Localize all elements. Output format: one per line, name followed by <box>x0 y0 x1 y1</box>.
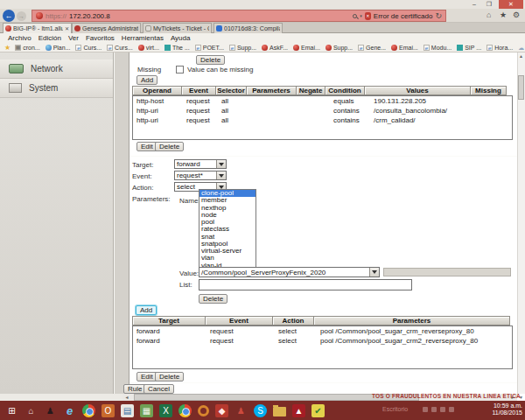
monitor-app-icon[interactable]: ✔ <box>312 404 325 417</box>
column-header-condition[interactable]: Condition <box>325 86 365 95</box>
red-person-icon[interactable]: ♟ <box>234 404 248 417</box>
column-header-target[interactable]: Target <box>132 316 206 326</box>
desktop-home-icon[interactable]: ⌂ <box>24 404 38 417</box>
favorite-item-8[interactable]: eSupp... <box>229 45 256 51</box>
back-button[interactable]: ← <box>3 10 15 22</box>
column-header-event[interactable]: Event <box>181 86 216 95</box>
favorite-item-3[interactable]: eCurs... <box>75 45 102 51</box>
cancel-button[interactable]: Cancel <box>144 384 174 394</box>
folder-icon[interactable] <box>273 407 286 416</box>
clock[interactable]: 10:59 a.m. 11/08/2015 <box>470 402 522 416</box>
name-option-nexthop[interactable]: nexthop <box>200 205 256 212</box>
browser-tab-2[interactable]: Genesys Administrator, Server ... <box>72 23 141 33</box>
event-select[interactable]: request* <box>174 171 227 180</box>
adobe-reader-icon[interactable]: ▲ <box>292 404 305 417</box>
vertical-scroll-thumb[interactable] <box>518 75 524 100</box>
sidebar-item-system[interactable]: System <box>0 79 113 98</box>
outlook-icon[interactable]: O <box>102 404 115 417</box>
name-option-virtual-server[interactable]: virtual-server <box>200 248 256 255</box>
name-option-snatpool[interactable]: snatpool <box>200 241 256 248</box>
window-close-button[interactable]: ✕ <box>499 0 523 9</box>
column-header-selector[interactable]: Selector <box>215 86 247 95</box>
name-listbox[interactable]: clone-poolmembernexthopnodepoolrateclass… <box>199 189 256 270</box>
menu-archivo[interactable]: Archivo <box>4 34 35 42</box>
sidebar-item-network[interactable]: Network <box>0 60 113 79</box>
action-row[interactable]: forwardrequestselectpool /Common/pool_su… <box>133 336 512 346</box>
pane-splitter[interactable] <box>114 52 130 394</box>
name-option-pool[interactable]: pool <box>200 219 256 226</box>
name-option-member[interactable]: member <box>200 197 256 204</box>
condition-row[interactable]: http-urirequestallcontains/crm_calidad/ <box>133 116 512 125</box>
condition-row[interactable]: http-urirequestallcontains/consulta_banc… <box>133 106 512 116</box>
scroll-left-icon[interactable]: ◄ <box>122 394 131 401</box>
search-icon[interactable] <box>353 14 357 18</box>
action-row[interactable]: forwardrequestselectpool /Common/pool_su… <box>133 326 512 336</box>
name-option-clone-pool[interactable]: clone-pool <box>200 190 256 197</box>
favorites-star-icon[interactable]: ★ <box>4 44 10 52</box>
column-header-missing[interactable]: Missing <box>470 86 507 95</box>
favorite-item-1[interactable]: ▦cron... <box>15 45 39 51</box>
image-app-icon[interactable]: ▦ <box>140 404 153 417</box>
menu-herramientas[interactable]: Herramientas <box>118 34 167 42</box>
column-header-parameters[interactable]: Parameters <box>313 316 510 326</box>
menu-ver[interactable]: Ver <box>65 34 82 42</box>
horizontal-scroll-thumb[interactable] <box>134 394 419 401</box>
value-select[interactable]: /Common/pool_ServerProxyFenix_2020 <box>199 267 380 277</box>
column-header-values[interactable]: Values <box>364 86 471 95</box>
favorite-item-5[interactable]: virt... <box>138 45 159 51</box>
favorite-item-14[interactable]: eModu... <box>424 45 452 51</box>
delete-top-button[interactable]: Delete <box>196 55 225 65</box>
favorite-item-7[interactable]: ePOET... <box>195 45 224 51</box>
delete-parameter-button[interactable]: Delete <box>199 294 228 304</box>
name-option-vlan[interactable]: vlan <box>200 255 256 262</box>
address-bar[interactable]: https:// 172.20.200.8 ▾ ✕ Error de certi… <box>32 10 446 22</box>
favorite-item-13[interactable]: Emai... <box>391 45 418 51</box>
column-header-event[interactable]: Event <box>205 316 273 326</box>
menu-ayuda[interactable]: Ayuda <box>167 34 194 42</box>
cert-error-label[interactable]: Error de certificado <box>374 12 433 20</box>
forward-button[interactable]: → <box>17 11 26 21</box>
favorite-item-16[interactable]: eHora... <box>486 45 513 51</box>
system-tray[interactable] <box>423 407 454 412</box>
name-option-snat[interactable]: snat <box>200 234 256 241</box>
browser-tab-1[interactable]: BIG-IP® - ltm1.allus.com.c...✕ <box>3 23 72 33</box>
conditions-table[interactable]: http-hostrequestallequals190.131.228.205… <box>132 95 513 140</box>
window-minimize-button[interactable]: – <box>467 0 481 9</box>
search-caret-icon[interactable]: ▾ <box>360 13 362 18</box>
delete-action-button[interactable]: Delete <box>155 372 184 382</box>
tray-icon[interactable] <box>423 407 428 412</box>
favorite-item-12[interactable]: eGene... <box>358 45 386 51</box>
column-header-action[interactable]: Action <box>272 316 314 326</box>
app-window-icon[interactable]: ▤ <box>121 404 134 417</box>
tray-icon[interactable] <box>440 407 445 412</box>
vertical-scrollbar[interactable] <box>517 52 525 394</box>
browser-tab-3[interactable]: MyTickets - Ticket - OTRS::ITS... <box>143 23 212 33</box>
missing-checkbox[interactable] <box>176 66 184 74</box>
condition-row[interactable]: http-hostrequestallequals190.131.228.205 <box>133 96 512 106</box>
target-select[interactable]: forward <box>174 159 227 169</box>
start-button[interactable]: ⊞ <box>5 404 18 417</box>
skype-icon[interactable]: S <box>254 404 267 417</box>
favorite-item-9[interactable]: AskF... <box>262 45 288 51</box>
tab-close-icon[interactable]: ✕ <box>65 25 69 32</box>
favorite-item-10[interactable]: Emai... <box>293 45 320 51</box>
browser-tab-4[interactable]: 010716d8:3: Compilation of It... <box>214 23 283 33</box>
delete-condition-button[interactable]: Delete <box>155 142 184 151</box>
scroll-up-icon[interactable]: ▲ <box>517 52 525 60</box>
favorite-item-15[interactable]: SIP ... <box>457 45 481 51</box>
internet-explorer-icon[interactable]: e <box>63 404 76 417</box>
column-header-operand[interactable]: Operand <box>132 86 182 95</box>
name-option-rateclass[interactable]: rateclass <box>200 226 256 233</box>
home-icon[interactable]: ⌂ <box>486 10 491 19</box>
add-action-button[interactable]: Add <box>136 305 157 315</box>
column-header-parameters[interactable]: Parameters <box>246 86 297 95</box>
settings-icon[interactable]: ⚙ <box>513 10 520 19</box>
tray-icon[interactable] <box>449 407 454 412</box>
window-maximize-button[interactable]: ❐ <box>482 0 496 9</box>
desktop-toolbar-label[interactable]: Escritorio <box>382 406 408 412</box>
scroll-right-icon[interactable]: ► <box>508 394 517 401</box>
red-app-icon[interactable]: ◆ <box>215 404 228 417</box>
favorite-item-4[interactable]: eCurs... <box>107 45 133 51</box>
chrome-icon[interactable] <box>82 404 95 417</box>
add-condition-button[interactable]: Add <box>136 75 158 85</box>
